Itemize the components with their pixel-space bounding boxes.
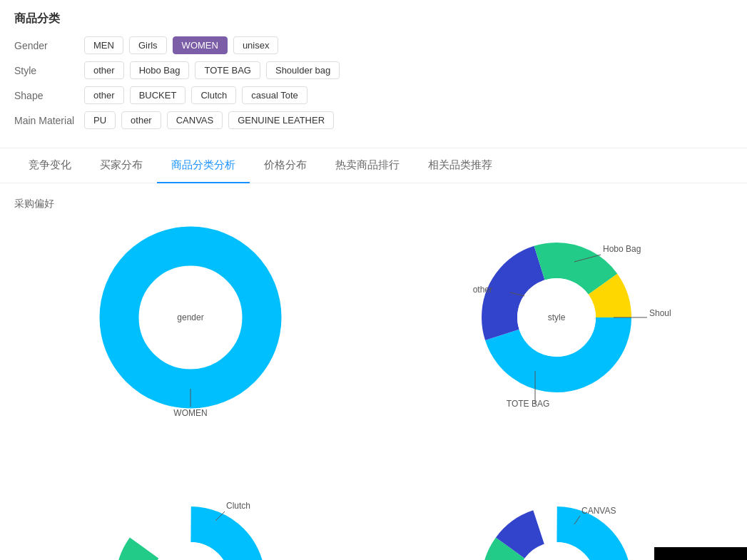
nav-tab[interactable]: 商品分类分析 [157, 148, 250, 183]
filter-tag[interactable]: Hobo Bag [130, 61, 190, 79]
filter-label: Main Material [14, 115, 78, 126]
nav-tab[interactable]: 价格分布 [250, 148, 321, 183]
svg-text:style: style [548, 312, 566, 322]
filter-label: Gender [14, 40, 78, 51]
filter-tag[interactable]: Clutch [191, 86, 236, 104]
filter-tag[interactable]: Girls [129, 36, 167, 54]
style-chart: style Hobo Bag other Shoulder bag TOTE B… [381, 225, 733, 453]
filter-label: Shape [14, 90, 78, 101]
svg-text:Shoulder bag: Shoulder bag [649, 308, 671, 318]
filter-row: StyleotherHobo BagTOTE BAGShoulder bag [14, 61, 733, 79]
filter-tag[interactable]: other [84, 61, 124, 79]
svg-text:Hobo Bag: Hobo Bag [603, 244, 641, 254]
nav-tab[interactable]: 相关品类推荐 [414, 148, 507, 183]
bottom-bar [654, 547, 747, 560]
filter-tag[interactable]: BUCKET [130, 86, 186, 104]
svg-text:TOTE BAG: TOTE BAG [507, 399, 549, 409]
content: 采购偏好 gender WOMEN [0, 183, 747, 560]
nav-tabs: 竞争变化买家分布商品分类分析价格分布热卖商品排行相关品类推荐 [0, 148, 747, 183]
main-material-chart: main material CANVAS GENUINE LEATHER [381, 467, 733, 560]
filter-tag[interactable]: casual Tote [242, 86, 308, 104]
shape-chart: shape Clutch BUCKET other [14, 467, 367, 560]
filter-tag[interactable]: PU [84, 111, 116, 129]
svg-text:WOMEN: WOMEN [173, 408, 207, 417]
filter-tag[interactable]: Shoulder bag [266, 61, 340, 79]
charts-grid: gender WOMEN [14, 225, 733, 560]
section-title: 采购偏好 [14, 198, 733, 210]
filter-tag[interactable]: WOMEN [173, 36, 228, 54]
svg-text:Clutch: Clutch [226, 501, 250, 511]
svg-text:other: other [473, 285, 492, 295]
nav-tab[interactable]: 热卖商品排行 [321, 148, 414, 183]
filter-row: Main MaterialPUotherCANVASGENUINE LEATHE… [14, 111, 733, 129]
filter-row: ShapeotherBUCKETClutchcasual Tote [14, 86, 733, 104]
nav-tab[interactable]: 买家分布 [86, 148, 157, 183]
filter-label: Style [14, 65, 78, 76]
filter-tag[interactable]: CANVAS [167, 111, 223, 129]
nav-tab[interactable]: 竞争变化 [14, 148, 86, 183]
svg-text:CANVAS: CANVAS [581, 506, 616, 516]
filter-tag[interactable]: GENUINE LEATHER [228, 111, 334, 129]
gender-chart: gender WOMEN [14, 225, 367, 453]
filter-tag[interactable]: other [84, 86, 124, 104]
filter-tag[interactable]: other [121, 111, 161, 129]
top-section: 商品分类 GenderMENGirlsWOMENunisexStyleother… [0, 0, 747, 148]
page-title: 商品分类 [14, 11, 733, 26]
filter-tag[interactable]: MEN [84, 36, 123, 54]
filter-row: GenderMENGirlsWOMENunisex [14, 36, 733, 54]
svg-text:gender: gender [177, 312, 203, 322]
filter-tag[interactable]: unisex [233, 36, 279, 54]
filter-tag[interactable]: TOTE BAG [195, 61, 260, 79]
